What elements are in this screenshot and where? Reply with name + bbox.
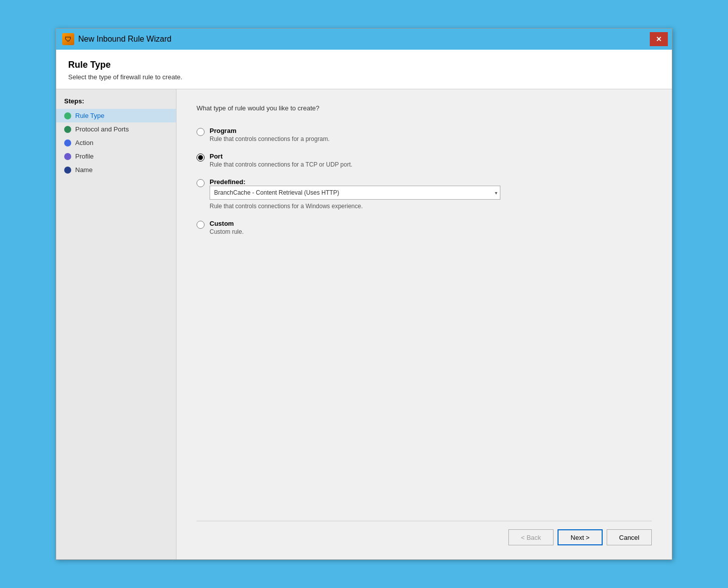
sidebar: Steps: Rule Type Protocol and Ports Acti… <box>56 89 176 559</box>
radio-port[interactable] <box>197 154 205 162</box>
dot-protocol-and-ports <box>64 126 71 133</box>
dot-name <box>64 167 71 174</box>
option-content-predefined: Predefined: BranchCache - Content Retrie… <box>210 178 500 210</box>
options-area: Program Rule that controls connections f… <box>197 127 652 235</box>
back-button[interactable]: < Back <box>508 529 554 545</box>
sidebar-label-rule-type: Rule Type <box>75 112 104 119</box>
option-row-custom: Custom Custom rule. <box>197 220 652 235</box>
option-label-program[interactable]: Program <box>210 127 329 134</box>
sidebar-label-protocol-and-ports: Protocol and Ports <box>75 125 129 133</box>
close-button[interactable]: ✕ <box>650 32 668 46</box>
option-desc-port: Rule that controls connections for a TCP… <box>210 161 352 168</box>
option-content-custom: Custom Custom rule. <box>210 220 244 235</box>
next-button[interactable]: Next > <box>558 529 603 545</box>
sidebar-item-protocol-and-ports[interactable]: Protocol and Ports <box>56 122 176 136</box>
option-desc-predefined: Rule that controls connections for a Win… <box>210 203 500 210</box>
sidebar-label-name: Name <box>75 166 93 174</box>
app-icon-glyph: 🛡 <box>65 35 72 43</box>
steps-label: Steps: <box>56 97 176 109</box>
sidebar-item-name[interactable]: Name <box>56 163 176 177</box>
window-title: New Inbound Rule Wizard <box>78 35 171 44</box>
app-icon: 🛡 <box>62 33 74 45</box>
content-area: Steps: Rule Type Protocol and Ports Acti… <box>56 89 672 559</box>
cancel-button[interactable]: Cancel <box>607 529 652 545</box>
title-bar-left: 🛡 New Inbound Rule Wizard <box>62 33 171 45</box>
radio-predefined[interactable] <box>197 179 205 187</box>
option-label-port[interactable]: Port <box>210 153 352 160</box>
dot-action <box>64 139 71 146</box>
page-subtitle: Select the type of firewall rule to crea… <box>68 73 660 81</box>
header-section: Rule Type Select the type of firewall ru… <box>56 50 672 89</box>
option-desc-program: Rule that controls connections for a pro… <box>210 135 329 142</box>
main-panel: What type of rule would you like to crea… <box>176 89 672 559</box>
footer-buttons: < Back Next > Cancel <box>197 521 652 549</box>
radio-program[interactable] <box>197 128 205 136</box>
sidebar-item-rule-type[interactable]: Rule Type <box>56 109 176 122</box>
dot-profile <box>64 153 71 160</box>
option-row-predefined: Predefined: BranchCache - Content Retrie… <box>197 178 652 210</box>
option-content-program: Program Rule that controls connections f… <box>210 127 329 142</box>
sidebar-label-profile: Profile <box>75 153 94 160</box>
sidebar-item-action[interactable]: Action <box>56 136 176 150</box>
wizard-window: 🛡 New Inbound Rule Wizard ✕ Rule Type Se… <box>56 28 672 560</box>
predefined-section: BranchCache - Content Retrieval (Uses HT… <box>210 186 500 210</box>
sidebar-item-profile[interactable]: Profile <box>56 150 176 163</box>
radio-custom[interactable] <box>197 221 205 229</box>
predefined-dropdown[interactable]: BranchCache - Content Retrieval (Uses HT… <box>210 186 500 200</box>
predefined-select-wrapper: BranchCache - Content Retrieval (Uses HT… <box>210 186 500 200</box>
option-label-custom[interactable]: Custom <box>210 220 244 227</box>
option-row-program: Program Rule that controls connections f… <box>197 127 652 142</box>
question-text: What type of rule would you like to crea… <box>197 104 652 112</box>
option-label-predefined[interactable]: Predefined: <box>210 178 500 186</box>
title-bar: 🛡 New Inbound Rule Wizard ✕ <box>56 29 672 50</box>
sidebar-label-action: Action <box>75 139 93 146</box>
page-title: Rule Type <box>68 60 660 70</box>
option-row-port: Port Rule that controls connections for … <box>197 153 652 168</box>
option-content-port: Port Rule that controls connections for … <box>210 153 352 168</box>
option-desc-custom: Custom rule. <box>210 228 244 235</box>
dot-rule-type <box>64 112 71 119</box>
